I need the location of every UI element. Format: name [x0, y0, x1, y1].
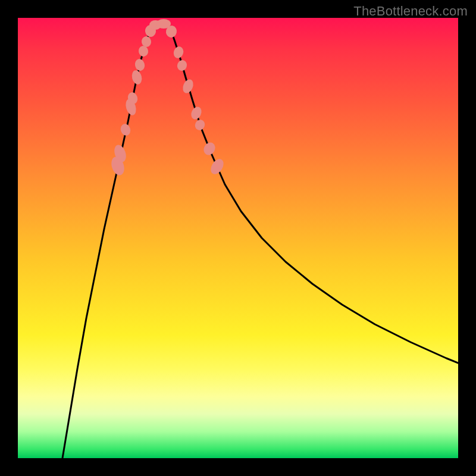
- marker-point: [119, 123, 131, 137]
- curve-group: [62, 24, 458, 458]
- bottleneck-curve-chart: [18, 18, 458, 458]
- curve-path: [62, 24, 458, 458]
- marker-point: [134, 58, 146, 71]
- marker-group: [109, 19, 227, 177]
- marker-point: [172, 45, 184, 60]
- watermark-text: TheBottleneck.com: [353, 4, 468, 19]
- marker-point: [202, 140, 218, 157]
- marker-point: [176, 59, 188, 72]
- marker-point: [208, 156, 226, 176]
- marker-point: [189, 105, 203, 121]
- marker-point: [193, 118, 206, 131]
- marker-point: [130, 69, 143, 85]
- marker-point: [181, 78, 195, 95]
